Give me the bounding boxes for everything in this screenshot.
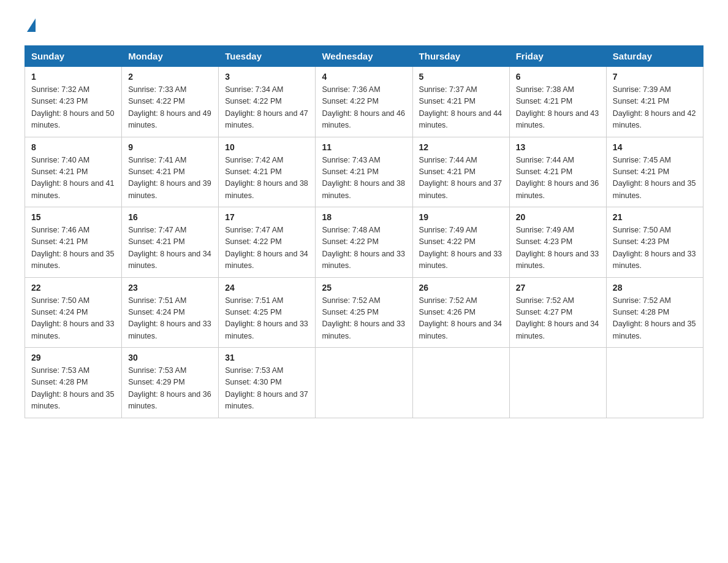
day-number: 7 — [613, 72, 697, 82]
day-number: 27 — [516, 283, 600, 293]
day-number: 11 — [322, 142, 406, 152]
calendar-cell: 14 Sunrise: 7:45 AM Sunset: 4:21 PM Dayl… — [606, 137, 703, 207]
calendar-cell: 19 Sunrise: 7:49 AM Sunset: 4:22 PM Dayl… — [412, 207, 509, 278]
day-info: Sunrise: 7:34 AM Sunset: 4:22 PM Dayligh… — [225, 84, 309, 132]
day-info: Sunrise: 7:38 AM Sunset: 4:21 PM Dayligh… — [516, 84, 600, 132]
day-number: 10 — [225, 142, 309, 152]
calendar-cell: 1 Sunrise: 7:32 AM Sunset: 4:23 PM Dayli… — [25, 67, 122, 137]
day-info: Sunrise: 7:36 AM Sunset: 4:22 PM Dayligh… — [322, 84, 406, 132]
day-info: Sunrise: 7:46 AM Sunset: 4:21 PM Dayligh… — [31, 224, 115, 272]
calendar-cell: 22 Sunrise: 7:50 AM Sunset: 4:24 PM Dayl… — [25, 277, 122, 348]
calendar-cell: 30 Sunrise: 7:53 AM Sunset: 4:29 PM Dayl… — [122, 348, 219, 418]
day-info: Sunrise: 7:33 AM Sunset: 4:22 PM Dayligh… — [128, 84, 212, 132]
day-number: 29 — [31, 353, 115, 362]
day-number: 19 — [419, 212, 503, 222]
calendar-cell: 26 Sunrise: 7:52 AM Sunset: 4:26 PM Dayl… — [412, 277, 509, 348]
day-number: 3 — [225, 72, 309, 82]
week-row-3: 15 Sunrise: 7:46 AM Sunset: 4:21 PM Dayl… — [25, 207, 703, 278]
calendar-cell: 4 Sunrise: 7:36 AM Sunset: 4:22 PM Dayli… — [316, 67, 412, 137]
calendar-cell — [316, 348, 412, 418]
calendar-cell: 7 Sunrise: 7:39 AM Sunset: 4:21 PM Dayli… — [606, 67, 703, 137]
day-header-tuesday: Tuesday — [219, 46, 316, 67]
day-number: 20 — [516, 212, 600, 222]
day-info: Sunrise: 7:50 AM Sunset: 4:23 PM Dayligh… — [613, 224, 697, 272]
day-number: 12 — [419, 142, 503, 152]
calendar-cell: 13 Sunrise: 7:44 AM Sunset: 4:21 PM Dayl… — [509, 137, 606, 207]
day-info: Sunrise: 7:41 AM Sunset: 4:21 PM Dayligh… — [128, 155, 212, 202]
calendar-cell: 6 Sunrise: 7:38 AM Sunset: 4:21 PM Dayli… — [509, 67, 606, 137]
day-info: Sunrise: 7:51 AM Sunset: 4:25 PM Dayligh… — [225, 295, 309, 343]
day-info: Sunrise: 7:52 AM Sunset: 4:25 PM Dayligh… — [322, 295, 406, 343]
calendar-cell: 11 Sunrise: 7:43 AM Sunset: 4:21 PM Dayl… — [316, 137, 412, 207]
week-row-4: 22 Sunrise: 7:50 AM Sunset: 4:24 PM Dayl… — [25, 277, 703, 348]
day-number: 15 — [31, 212, 115, 222]
day-info: Sunrise: 7:48 AM Sunset: 4:22 PM Dayligh… — [322, 224, 406, 272]
day-number: 8 — [31, 142, 115, 152]
day-info: Sunrise: 7:53 AM Sunset: 4:28 PM Dayligh… — [31, 365, 115, 413]
day-number: 24 — [225, 283, 309, 293]
calendar-cell: 28 Sunrise: 7:52 AM Sunset: 4:28 PM Dayl… — [606, 277, 703, 348]
day-number: 9 — [128, 142, 212, 152]
calendar-cell: 29 Sunrise: 7:53 AM Sunset: 4:28 PM Dayl… — [25, 348, 122, 418]
calendar-cell: 31 Sunrise: 7:53 AM Sunset: 4:30 PM Dayl… — [219, 348, 316, 418]
day-number: 31 — [225, 353, 309, 362]
day-number: 22 — [31, 283, 115, 293]
calendar-cell: 8 Sunrise: 7:40 AM Sunset: 4:21 PM Dayli… — [25, 137, 122, 207]
calendar-cell: 20 Sunrise: 7:49 AM Sunset: 4:23 PM Dayl… — [509, 207, 606, 278]
day-number: 5 — [419, 72, 503, 82]
day-number: 17 — [225, 212, 309, 222]
day-info: Sunrise: 7:44 AM Sunset: 4:21 PM Dayligh… — [419, 155, 503, 202]
day-info: Sunrise: 7:39 AM Sunset: 4:21 PM Dayligh… — [613, 84, 697, 132]
day-number: 21 — [613, 212, 697, 222]
day-info: Sunrise: 7:53 AM Sunset: 4:30 PM Dayligh… — [225, 365, 309, 413]
calendar-cell: 24 Sunrise: 7:51 AM Sunset: 4:25 PM Dayl… — [219, 277, 316, 348]
day-info: Sunrise: 7:49 AM Sunset: 4:23 PM Dayligh… — [516, 224, 600, 272]
week-row-1: 1 Sunrise: 7:32 AM Sunset: 4:23 PM Dayli… — [25, 67, 703, 137]
day-info: Sunrise: 7:37 AM Sunset: 4:21 PM Dayligh… — [419, 84, 503, 132]
day-info: Sunrise: 7:45 AM Sunset: 4:21 PM Dayligh… — [613, 155, 697, 202]
day-info: Sunrise: 7:49 AM Sunset: 4:22 PM Dayligh… — [419, 224, 503, 272]
day-number: 23 — [128, 283, 212, 293]
day-header-saturday: Saturday — [606, 46, 703, 67]
page-header — [25, 18, 703, 33]
day-info: Sunrise: 7:44 AM Sunset: 4:21 PM Dayligh… — [516, 155, 600, 202]
day-number: 13 — [516, 142, 600, 152]
week-row-2: 8 Sunrise: 7:40 AM Sunset: 4:21 PM Dayli… — [25, 137, 703, 207]
calendar-cell: 17 Sunrise: 7:47 AM Sunset: 4:22 PM Dayl… — [219, 207, 316, 278]
day-info: Sunrise: 7:47 AM Sunset: 4:22 PM Dayligh… — [225, 224, 309, 272]
day-number: 30 — [128, 353, 212, 362]
day-header-monday: Monday — [122, 46, 219, 67]
day-info: Sunrise: 7:52 AM Sunset: 4:26 PM Dayligh… — [419, 295, 503, 343]
day-info: Sunrise: 7:43 AM Sunset: 4:21 PM Dayligh… — [322, 155, 406, 202]
calendar-cell — [509, 348, 606, 418]
calendar-cell: 12 Sunrise: 7:44 AM Sunset: 4:21 PM Dayl… — [412, 137, 509, 207]
calendar-cell: 3 Sunrise: 7:34 AM Sunset: 4:22 PM Dayli… — [219, 67, 316, 137]
days-header-row: SundayMondayTuesdayWednesdayThursdayFrid… — [25, 46, 703, 67]
day-info: Sunrise: 7:40 AM Sunset: 4:21 PM Dayligh… — [31, 155, 115, 202]
day-info: Sunrise: 7:51 AM Sunset: 4:24 PM Dayligh… — [128, 295, 212, 343]
day-number: 28 — [613, 283, 697, 293]
day-number: 26 — [419, 283, 503, 293]
day-info: Sunrise: 7:52 AM Sunset: 4:28 PM Dayligh… — [613, 295, 697, 343]
week-row-5: 29 Sunrise: 7:53 AM Sunset: 4:28 PM Dayl… — [25, 348, 703, 418]
calendar-cell — [412, 348, 509, 418]
day-info: Sunrise: 7:42 AM Sunset: 4:21 PM Dayligh… — [225, 155, 309, 202]
calendar-cell: 18 Sunrise: 7:48 AM Sunset: 4:22 PM Dayl… — [316, 207, 412, 278]
day-number: 25 — [322, 283, 406, 293]
day-number: 16 — [128, 212, 212, 222]
day-header-wednesday: Wednesday — [316, 46, 412, 67]
calendar-cell: 16 Sunrise: 7:47 AM Sunset: 4:21 PM Dayl… — [122, 207, 219, 278]
calendar-cell: 5 Sunrise: 7:37 AM Sunset: 4:21 PM Dayli… — [412, 67, 509, 137]
day-number: 6 — [516, 72, 600, 82]
day-info: Sunrise: 7:32 AM Sunset: 4:23 PM Dayligh… — [31, 84, 115, 132]
calendar-cell: 10 Sunrise: 7:42 AM Sunset: 4:21 PM Dayl… — [219, 137, 316, 207]
day-number: 4 — [322, 72, 406, 82]
logo — [25, 18, 36, 33]
logo-triangle-icon — [27, 18, 36, 32]
day-number: 2 — [128, 72, 212, 82]
day-header-thursday: Thursday — [412, 46, 509, 67]
day-header-sunday: Sunday — [25, 46, 122, 67]
calendar-cell — [606, 348, 703, 418]
calendar-cell: 27 Sunrise: 7:52 AM Sunset: 4:27 PM Dayl… — [509, 277, 606, 348]
calendar-cell: 2 Sunrise: 7:33 AM Sunset: 4:22 PM Dayli… — [122, 67, 219, 137]
